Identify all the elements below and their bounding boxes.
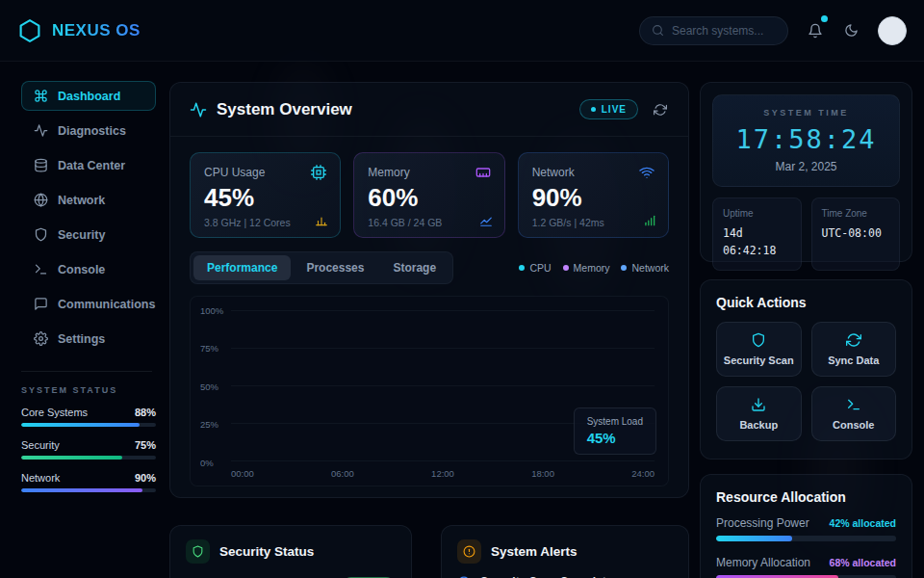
terminal-icon xyxy=(34,262,48,276)
refresh-icon xyxy=(846,332,861,348)
sidebar-item-label: Data Center xyxy=(58,159,125,172)
sidebar-item-security[interactable]: Security xyxy=(21,220,156,250)
sidebar-item-label: Console xyxy=(58,263,105,276)
card-value: 90% xyxy=(532,185,654,210)
processing-power-row: Processing Power 42% allocated xyxy=(716,516,896,541)
stat-cards: CPU Usage 45% 3.8 GHz | 12 Cores Memory xyxy=(190,152,669,238)
sidebar-item-label: Communications xyxy=(58,298,155,311)
cpu-icon xyxy=(311,165,326,180)
allocation-value: 42% allocated xyxy=(830,517,896,529)
sidebar-item-console[interactable]: Console xyxy=(21,254,156,284)
resource-allocation-panel: Resource Allocation Processing Power 42%… xyxy=(700,474,912,578)
allocation-value: 68% allocated xyxy=(830,557,896,568)
sidebar-item-diagnostics[interactable]: Diagnostics xyxy=(21,116,156,145)
search-input[interactable] xyxy=(672,24,778,38)
command-icon xyxy=(34,89,48,103)
sidebar-item-communications[interactable]: Communications xyxy=(21,289,156,319)
x-axis-tick: 06:00 xyxy=(331,468,354,479)
sidebar-item-settings[interactable]: Settings xyxy=(21,324,156,354)
activity-icon xyxy=(34,123,48,138)
card-detail: 16.4 GB / 24 GB xyxy=(368,217,490,228)
overview-header: System Overview LIVE xyxy=(170,83,688,137)
progress-fill xyxy=(21,488,142,492)
progress-fill xyxy=(21,456,122,460)
memory-card[interactable]: Memory 60% 16.4 GB / 24 GB xyxy=(353,152,504,238)
moon-icon xyxy=(844,23,859,38)
nexus-os-dashboard: NEXUS OS xyxy=(0,0,924,578)
tab-group: Performance Processes Storage xyxy=(190,251,453,284)
status-network: Network 90% xyxy=(21,472,156,492)
shield-icon xyxy=(34,227,48,242)
card-value: 45% xyxy=(204,185,326,210)
x-axis: 00:00 06:00 12:00 18:00 24:00 xyxy=(231,468,654,479)
uptime-card: Uptime 14d 06:42:18 xyxy=(712,197,802,271)
card-value: 60% xyxy=(368,185,490,210)
download-icon xyxy=(751,397,766,412)
clock-date: Mar 2, 2025 xyxy=(723,160,889,173)
timezone-value: UTC-08:00 xyxy=(822,225,890,243)
card-label: CPU Usage xyxy=(204,166,265,179)
chart-controls: Performance Processes Storage CPU Memory… xyxy=(190,251,669,284)
y-axis-tick: 100% xyxy=(200,305,227,316)
legend-cpu: CPU xyxy=(519,262,551,274)
system-time-panel: SYSTEM TIME 17:58:24 Mar 2, 2025 Uptime … xyxy=(700,82,912,262)
sidebar-item-label: Diagnostics xyxy=(58,124,126,138)
search-bar[interactable] xyxy=(639,16,788,45)
system-load-box: System Load 45% xyxy=(574,407,656,455)
cpu-dot-icon xyxy=(519,265,525,271)
backup-button[interactable]: Backup xyxy=(716,386,802,441)
gridline xyxy=(231,310,654,311)
tab-processes[interactable]: Processes xyxy=(293,255,377,280)
network-card[interactable]: Network 90% 1.2 GB/s | 42ms xyxy=(518,152,669,238)
user-avatar[interactable] xyxy=(878,16,907,45)
progress-fill xyxy=(21,423,140,427)
database-icon xyxy=(34,158,48,172)
signal-icon xyxy=(643,214,656,227)
y-axis-tick: 75% xyxy=(200,343,227,354)
clock-display: SYSTEM TIME 17:58:24 Mar 2, 2025 xyxy=(712,94,900,187)
sidebar-item-dashboard[interactable]: Dashboard xyxy=(21,81,156,111)
system-time-title: SYSTEM TIME xyxy=(723,108,889,118)
system-load-value: 45% xyxy=(587,430,643,446)
sync-data-button[interactable]: Sync Data xyxy=(811,322,897,377)
notification-dot xyxy=(821,15,828,22)
cpu-usage-card[interactable]: CPU Usage 45% 3.8 GHz | 12 Cores xyxy=(190,152,341,238)
sidebar-item-label: Security xyxy=(58,228,105,242)
status-value: 88% xyxy=(135,407,156,418)
progress-track xyxy=(716,536,896,541)
legend-memory: Memory xyxy=(563,262,610,274)
brand: NEXUS OS xyxy=(17,18,141,43)
memory-icon xyxy=(475,165,491,180)
refresh-button[interactable] xyxy=(652,101,669,118)
shield-icon xyxy=(751,332,766,348)
sidebar: Dashboard Diagnostics Data Center Networ… xyxy=(0,62,169,578)
legend-network: Network xyxy=(621,262,669,274)
panel-title: Resource Allocation xyxy=(716,489,896,505)
tab-performance[interactable]: Performance xyxy=(193,255,291,280)
y-axis-tick: 25% xyxy=(200,419,227,430)
status-core-systems: Core Systems 88% xyxy=(21,407,156,427)
sidebar-item-data-center[interactable]: Data Center xyxy=(21,150,156,180)
hexagon-logo-icon xyxy=(17,18,42,43)
action-label: Console xyxy=(833,419,874,431)
alert-circle-icon xyxy=(457,539,481,564)
quick-actions-panel: Quick Actions Security Scan Sync Data Ba… xyxy=(700,279,912,460)
tab-storage[interactable]: Storage xyxy=(379,255,449,280)
sidebar-item-network[interactable]: Network xyxy=(21,185,156,215)
console-button[interactable]: Console xyxy=(811,386,897,441)
y-axis-tick: 50% xyxy=(200,381,227,392)
bell-icon xyxy=(808,23,823,39)
system-load-label: System Load xyxy=(587,416,643,427)
security-scan-button[interactable]: Security Scan xyxy=(716,322,802,377)
status-value: 90% xyxy=(135,472,156,484)
timezone-card: Time Zone UTC-08:00 xyxy=(811,197,901,271)
sidebar-item-label: Settings xyxy=(58,332,105,346)
live-dot-icon xyxy=(591,107,596,112)
wifi-icon xyxy=(639,165,654,180)
memory-dot-icon xyxy=(563,265,569,271)
x-axis-tick: 12:00 xyxy=(431,468,454,479)
message-icon xyxy=(34,297,48,311)
refresh-icon xyxy=(654,103,667,117)
theme-toggle-button[interactable] xyxy=(842,21,860,39)
notifications-button[interactable] xyxy=(806,21,825,40)
